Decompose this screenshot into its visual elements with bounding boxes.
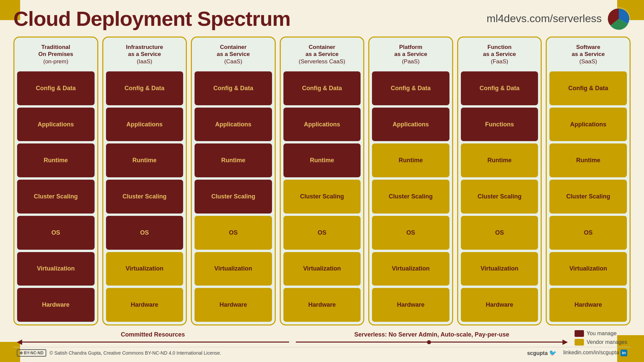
column-faas: Functionas a Service(FaaS)Config & DataF… (457, 37, 542, 325)
cell-iaas-3: Cluster Scaling (106, 180, 183, 214)
legend: You manage Vendor manages (575, 330, 627, 346)
cell-saas-6: Hardware (549, 288, 627, 322)
cell-paas-0: Config & Data (372, 71, 449, 105)
arrow-dot-icon (427, 340, 431, 344)
cc-icon: ⊕ (19, 351, 23, 355)
column-iaas: Infrastructureas a Service(IaaS)Config &… (102, 37, 187, 325)
col-header-paas: Platformas a Service(PaaS) (372, 41, 449, 68)
twitter-handle: scgupta 🐦 (527, 349, 556, 357)
column-caas: Containeras a Service(CaaS)Config & Data… (191, 37, 276, 325)
footer-left: ⊕ BY-NC-ND © Satish Chandra Gupta, Creat… (17, 349, 221, 357)
left-arrow-line (17, 340, 289, 345)
column-serverless-caas: Containeras a Service(Serverless CaaS)Co… (280, 37, 365, 325)
columns-container: TraditionalOn Premises(on-prem)Config & … (13, 37, 631, 325)
cell-on-prem-3: Cluster Scaling (17, 180, 95, 214)
logo-icon (607, 7, 631, 31)
cell-caas-3: Cluster Scaling (195, 180, 272, 214)
col-header-caas: Containeras a Service(CaaS) (195, 41, 272, 68)
cell-on-prem-2: Runtime (17, 143, 95, 177)
column-saas: Softwareas a Service(SaaS)Config & DataA… (546, 37, 631, 325)
cell-saas-1: Applications (549, 108, 627, 141)
legend-box-gold (575, 339, 584, 346)
cell-caas-4: OS (195, 216, 272, 250)
logo-text: ml4devs.com/serverless (487, 12, 602, 25)
cell-caas-1: Applications (195, 108, 272, 141)
col-header-faas: Functionas a Service(FaaS) (461, 41, 538, 68)
cell-caas-5: Virtualization (195, 252, 272, 286)
cell-faas-4: OS (461, 216, 538, 250)
page-title: Cloud Deployment Spectrum (13, 7, 290, 31)
column-on-prem: TraditionalOn Premises(on-prem)Config & … (13, 37, 98, 325)
cc-badge: ⊕ BY-NC-ND (17, 349, 46, 357)
cell-serverless-caas-3: Cluster Scaling (283, 180, 361, 214)
column-paas: Platformas a Service(PaaS)Config & DataA… (368, 37, 453, 325)
col-header-iaas: Infrastructureas a Service(IaaS) (106, 41, 183, 68)
cell-saas-4: OS (549, 216, 627, 250)
cell-caas-0: Config & Data (195, 71, 272, 105)
left-arrow-section: Committed Resources (17, 331, 289, 345)
cell-on-prem-4: OS (17, 216, 95, 250)
main-container: Cloud Deployment Spectrum ml4devs.com/se… (0, 0, 644, 362)
cell-saas-0: Config & Data (549, 71, 627, 105)
cell-serverless-caas-6: Hardware (283, 288, 361, 322)
cell-iaas-0: Config & Data (106, 71, 183, 105)
cell-paas-6: Hardware (372, 288, 449, 322)
legend-item-gold: Vendor manages (575, 339, 627, 346)
cell-paas-4: OS (372, 216, 449, 250)
cell-serverless-caas-1: Applications (283, 108, 361, 141)
cell-saas-2: Runtime (549, 143, 627, 177)
left-arrow-label: Committed Resources (121, 331, 185, 338)
cell-caas-6: Hardware (195, 288, 272, 322)
cell-iaas-5: Virtualization (106, 252, 183, 286)
right-arrow-bar (296, 342, 563, 343)
cell-on-prem-5: Virtualization (17, 252, 95, 286)
cell-serverless-caas-5: Virtualization (283, 252, 361, 286)
cell-iaas-4: OS (106, 216, 183, 250)
footer-author: © Satish Chandra Gupta, Creative Commons… (50, 350, 221, 356)
linkedin-icon: in (621, 350, 627, 356)
right-arrow-label: Serverless: No Server Admin, Auto-scale,… (354, 331, 509, 338)
col-header-serverless-caas: Containeras a Service(Serverless CaaS) (283, 41, 361, 68)
legend-dark-label: You manage (587, 330, 616, 337)
right-arrow-line (296, 340, 568, 345)
logo-area: ml4devs.com/serverless (487, 7, 631, 31)
cell-faas-5: Virtualization (461, 252, 538, 286)
cell-faas-3: Cluster Scaling (461, 180, 538, 214)
left-arrow-bar (22, 342, 289, 343)
cell-paas-2: Runtime (372, 143, 449, 177)
cell-faas-6: Hardware (461, 288, 538, 322)
cell-serverless-caas-2: Runtime (283, 143, 361, 177)
cell-serverless-caas-4: OS (283, 216, 361, 250)
arrow-head-right-icon (562, 340, 568, 345)
cell-faas-2: Runtime (461, 143, 538, 177)
right-arrow-section: Serverless: No Server Admin, Auto-scale,… (296, 331, 568, 345)
cell-on-prem-6: Hardware (17, 288, 95, 322)
cell-paas-3: Cluster Scaling (372, 180, 449, 214)
footer-right: scgupta 🐦 linkedin.com/in/scgupta in (527, 349, 627, 357)
footer: ⊕ BY-NC-ND © Satish Chandra Gupta, Creat… (13, 347, 631, 359)
cell-faas-0: Config & Data (461, 71, 538, 105)
cell-faas-1: Functions (461, 108, 538, 141)
cell-on-prem-0: Config & Data (17, 71, 95, 105)
legend-gold-label: Vendor manages (587, 339, 627, 345)
cell-serverless-caas-0: Config & Data (283, 71, 361, 105)
header: Cloud Deployment Spectrum ml4devs.com/se… (13, 7, 631, 31)
legend-item-dark: You manage (575, 330, 616, 337)
cell-paas-5: Virtualization (372, 252, 449, 286)
cell-paas-1: Applications (372, 108, 449, 141)
bottom-section: Committed Resources Serverless: No Serve… (13, 330, 631, 346)
cell-on-prem-1: Applications (17, 108, 95, 141)
col-header-saas: Softwareas a Service(SaaS) (549, 41, 627, 68)
legend-box-dark (575, 330, 584, 337)
cell-saas-5: Virtualization (549, 252, 627, 286)
twitter-icon: 🐦 (549, 349, 556, 357)
cell-iaas-1: Applications (106, 108, 183, 141)
cell-saas-3: Cluster Scaling (549, 180, 627, 214)
cell-iaas-6: Hardware (106, 288, 183, 322)
col-header-on-prem: TraditionalOn Premises(on-prem) (17, 41, 95, 68)
cc-text: BY-NC-ND (24, 351, 44, 355)
arrow-head-left-icon (17, 340, 22, 345)
cell-caas-2: Runtime (195, 143, 272, 177)
cell-iaas-2: Runtime (106, 143, 183, 177)
linkedin-link: linkedin.com/in/scgupta in (563, 350, 627, 356)
